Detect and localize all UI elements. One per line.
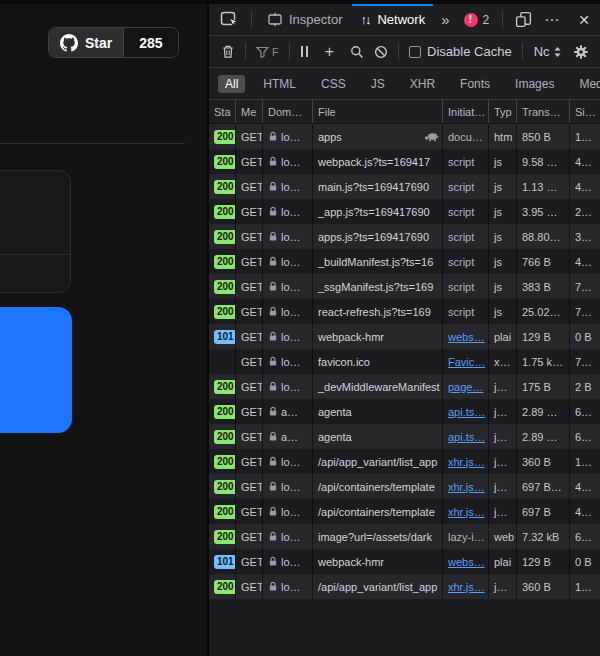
filter-html[interactable]: HTML (256, 75, 303, 93)
table-row[interactable]: 200GETlo…_app.js?ts=169417690scriptjs3.9… (209, 199, 600, 224)
column-header-method[interactable]: Me (236, 100, 263, 123)
filter-css[interactable]: CSS (314, 75, 353, 93)
request-blocking-button[interactable] (369, 36, 393, 67)
column-header-status[interactable]: Sta (209, 100, 236, 123)
initiator-cell[interactable]: webs… (443, 549, 489, 574)
column-header-domain[interactable]: Dom… (263, 100, 313, 123)
filter-js[interactable]: JS (364, 75, 392, 93)
toolbar-separator (398, 43, 399, 60)
github-star-button[interactable]: Star 285 (48, 27, 179, 58)
devtools-menu-button[interactable]: ⋯ (539, 4, 564, 35)
transferred-cell: 7.32 kB (517, 524, 570, 549)
table-row[interactable]: 101GETlo…webpack-hmrwebs…plai129 B0 B (209, 549, 600, 574)
table-row[interactable]: 200GETlo…apps.js?ts=169417690scriptjs88.… (209, 224, 600, 249)
initiator-cell: script (443, 149, 489, 174)
table-row[interactable]: 200GETlo…/api/app_variant/list_appxhr.js… (209, 449, 600, 474)
table-row[interactable]: 200GETa…agentaapi.ts…j…2.89 …6… (209, 424, 600, 449)
file-cell: react-refresh.js?ts=169 (313, 299, 443, 324)
close-devtools-button[interactable]: ✕ (566, 4, 600, 35)
new-request-button[interactable]: + (314, 36, 345, 67)
transferred-cell: 25.02… (517, 299, 570, 324)
filter-xhr[interactable]: XHR (403, 75, 442, 93)
table-row[interactable]: 200GETlo…image?url=/assets/darklazy-i…we… (209, 524, 600, 549)
table-row[interactable]: 200GETlo…_buildManifest.js?ts=16scriptjs… (209, 249, 600, 274)
lock-icon (268, 356, 278, 367)
file-cell: webpack-hmr (313, 324, 443, 349)
github-star-left[interactable]: Star (49, 28, 123, 57)
table-row[interactable]: 200GETlo…main.js?ts=169417690scriptjs1.1… (209, 174, 600, 199)
pause-recording-button[interactable] (295, 46, 314, 57)
filter-all[interactable]: All (218, 75, 245, 93)
file-cell: _app.js?ts=169417690 (313, 199, 443, 224)
type-cell: x… (489, 349, 517, 374)
more-tabs-button[interactable]: » (435, 11, 455, 28)
table-row[interactable]: 200GETlo…webpack.js?ts=169417scriptjs9.5… (209, 149, 600, 174)
initiator-cell: script (443, 274, 489, 299)
throttling-select[interactable]: Nc (528, 44, 567, 59)
lock-icon (268, 556, 278, 567)
column-header-size[interactable]: Si… (570, 100, 600, 123)
network-settings-button[interactable] (569, 44, 593, 60)
lock-icon (268, 156, 278, 167)
method-cell: GET (236, 299, 263, 324)
initiator-cell[interactable]: xhr.js… (443, 574, 489, 599)
size-cell: 4… (570, 499, 600, 524)
table-row[interactable]: 200GETlo…/api/containers/templatexhr.js…… (209, 499, 600, 524)
pick-element-button[interactable] (215, 4, 244, 35)
status-badge: 200 (214, 130, 236, 144)
filter-images[interactable]: Images (508, 75, 561, 93)
search-button[interactable] (345, 36, 369, 67)
tab-inspector[interactable]: Inspector (259, 4, 350, 35)
status-cell: 200 (209, 124, 236, 149)
disable-cache-control[interactable]: Disable Cache (404, 44, 517, 59)
initiator-cell[interactable]: api.ts… (443, 424, 489, 449)
initiator-cell[interactable]: xhr.js… (443, 499, 489, 524)
table-row[interactable]: GETlo…favicon.icoFavic…x…1.75 k…7… (209, 349, 600, 374)
responsive-mode-button[interactable] (510, 4, 537, 35)
status-badge: 200 (214, 455, 236, 469)
transferred-cell: 129 B (517, 324, 570, 349)
domain-cell: lo… (263, 174, 313, 199)
initiator-cell[interactable]: page… (443, 374, 489, 399)
filter-media[interactable]: Media (572, 75, 600, 93)
method-cell: GET (236, 549, 263, 574)
disable-cache-checkbox[interactable] (409, 46, 421, 58)
clear-requests-button[interactable] (216, 36, 240, 67)
table-row[interactable]: 200GETlo…/api/containers/templatexhr.js…… (209, 474, 600, 499)
table-row[interactable]: 200GETlo…_ssgManifest.js?ts=169scriptjs3… (209, 274, 600, 299)
filter-urls-input[interactable]: F (251, 36, 284, 67)
initiator-cell[interactable]: webs… (443, 324, 489, 349)
primary-blue-panel[interactable] (0, 307, 72, 433)
tab-network[interactable]: ↑↓ Network (352, 4, 433, 35)
initiator-cell[interactable]: xhr.js… (443, 474, 489, 499)
table-row[interactable]: 200GETa…agentaapi.ts…j…2.89 …6… (209, 399, 600, 424)
devtools-tabbar: Inspector ↑↓ Network » ! 2 ⋯ (209, 4, 600, 36)
file-cell: webpack-hmr (313, 549, 443, 574)
initiator-cell[interactable]: Favic… (443, 349, 489, 374)
gear-icon (573, 44, 589, 60)
column-header-initiator[interactable]: Initiat… (443, 100, 489, 123)
table-row[interactable]: 200GETlo…_devMiddlewareManifestpage…j…17… (209, 374, 600, 399)
table-row[interactable]: 200GETlo…react-refresh.js?ts=169scriptjs… (209, 299, 600, 324)
disable-cache-label: Disable Cache (427, 44, 512, 59)
lock-icon (268, 406, 278, 417)
column-header-type[interactable]: Typ (489, 100, 517, 123)
method-cell: GET (236, 199, 263, 224)
initiator-cell[interactable]: api.ts… (443, 399, 489, 424)
toolbar-separator (502, 11, 503, 28)
table-row[interactable]: 101GETlo…webpack-hmrwebs…plai129 B0 B (209, 324, 600, 349)
filter-fonts[interactable]: Fonts (453, 75, 497, 93)
column-header-file[interactable]: File (313, 100, 443, 123)
initiator-cell[interactable]: xhr.js… (443, 449, 489, 474)
table-row[interactable]: 200GETlo…/api/app_variant/list_appxhr.js… (209, 574, 600, 599)
file-cell: apps (313, 124, 443, 149)
error-count-button[interactable]: ! 2 (458, 13, 496, 27)
domain-cell: lo… (263, 224, 313, 249)
github-star-count[interactable]: 285 (123, 28, 177, 57)
initiator-cell: script (443, 249, 489, 274)
method-cell: GET (236, 124, 263, 149)
method-cell: GET (236, 499, 263, 524)
table-row[interactable]: 200GETlo…appsdocu…htm850 B1… (209, 124, 600, 149)
method-cell: GET (236, 224, 263, 249)
column-header-transferred[interactable]: Trans… (517, 100, 570, 123)
